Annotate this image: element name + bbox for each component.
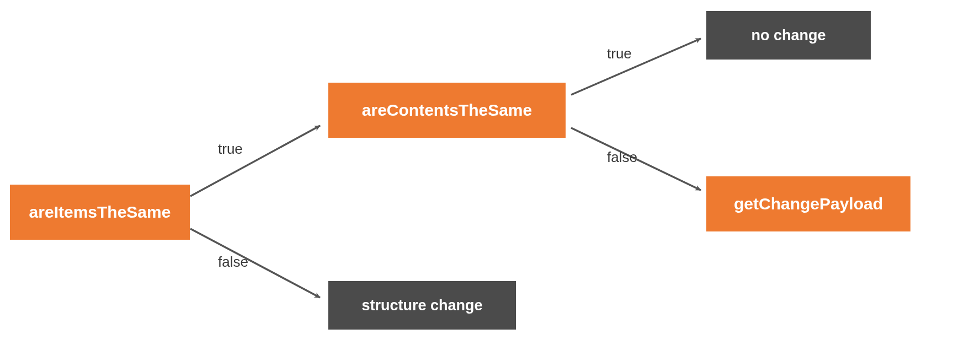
node-structure-change: structure change: [328, 281, 516, 330]
edge-items-true: [190, 126, 320, 196]
node-no-change: no change: [706, 11, 871, 60]
edge-contents-true: [571, 39, 701, 95]
edge-label-contents-true: true: [607, 45, 632, 62]
node-are-items-the-same: areItemsTheSame: [10, 185, 190, 240]
edge-items-false: [190, 229, 320, 298]
edge-label-items-true: true: [218, 141, 243, 158]
edge-label-items-false: false: [218, 254, 248, 271]
edge-label-contents-false: false: [607, 149, 637, 166]
node-get-change-payload: getChangePayload: [706, 176, 910, 231]
node-are-contents-the-same: areContentsTheSame: [328, 83, 566, 138]
